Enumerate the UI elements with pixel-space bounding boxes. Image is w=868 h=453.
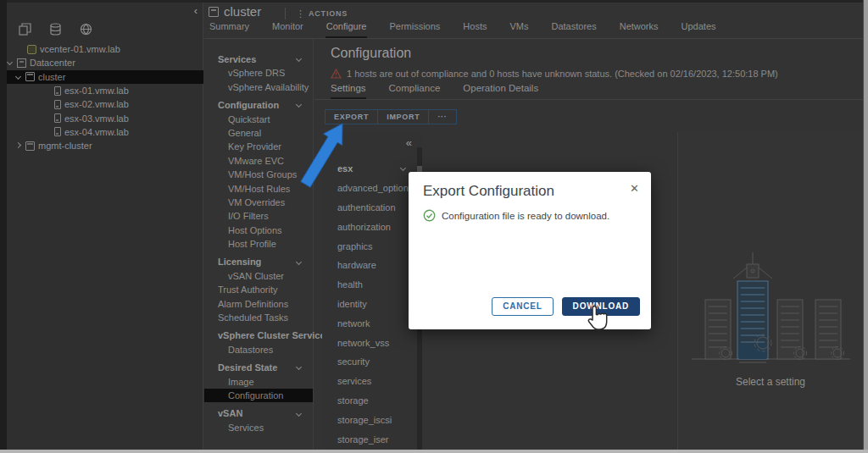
collapse-panel-icon[interactable]: ‹ <box>194 4 198 17</box>
settings-list-item[interactable]: security <box>322 352 422 372</box>
configure-sidebar-item-label: Scheduled Tasks <box>218 312 288 323</box>
settings-list-item[interactable]: graphics <box>322 236 422 256</box>
configure-sidebar-item-label: Quickstart <box>228 114 270 124</box>
settings-list-item[interactable]: services <box>322 372 422 391</box>
settings-list-item[interactable]: identity <box>322 295 422 314</box>
configure-sidebar-item[interactable]: Desired State <box>204 361 313 374</box>
configure-sidebar-item[interactable]: Alarm Definitions <box>204 297 313 311</box>
configure-sidebar-item[interactable]: General <box>204 126 313 140</box>
configure-sidebar-item-label: Configuration <box>218 98 279 112</box>
tree-item[interactable]: esx-01.vmw.lab <box>7 84 203 97</box>
settings-list-item[interactable]: health <box>322 275 422 295</box>
chevron-down-icon[interactable] <box>15 74 22 80</box>
configure-sidebar-item[interactable]: VM Overrides <box>204 196 313 209</box>
host-icon <box>54 127 61 136</box>
storage-icon[interactable] <box>49 23 62 36</box>
tree-item-label: esx-01.vmw.lab <box>64 86 129 96</box>
configure-sidebar-item[interactable]: Quickstart <box>204 113 313 126</box>
tree-item[interactable]: cluster <box>7 70 203 84</box>
tree-item[interactable]: mgmt-cluster <box>7 139 203 152</box>
configure-sidebar-item[interactable]: VM/Host Groups <box>204 168 313 181</box>
tree-item[interactable]: esx-04.vmw.lab <box>7 125 203 139</box>
configure-sidebar-item-label: General <box>228 128 261 138</box>
close-icon[interactable]: ✕ <box>630 182 639 195</box>
configure-sidebar-item[interactable]: Licensing <box>204 255 313 268</box>
configure-sidebar-item-label: Image <box>228 377 254 387</box>
object-tab[interactable]: VMs <box>509 18 529 38</box>
object-tab[interactable]: Updates <box>681 18 717 38</box>
object-tab[interactable]: Datastores <box>550 18 597 38</box>
settings-list-item[interactable]: storage_iser <box>322 429 422 449</box>
tree-item[interactable]: esx-02.vmw.lab <box>7 97 203 111</box>
tree-item[interactable]: vcenter-01.vmw.lab <box>7 42 203 56</box>
configure-sidebar-item[interactable]: Services <box>204 421 313 434</box>
configure-sidebar-item[interactable]: VMware EVC <box>204 154 313 168</box>
configure-sidebar-item[interactable]: vSAN <box>204 406 313 420</box>
configure-sidebar-item[interactable]: vSphere Cluster Services <box>204 329 313 342</box>
inventory-tree: vcenter-01.vmw.lab Datacenter cluster <box>7 42 203 152</box>
configure-sidebar-item[interactable]: Configuration <box>204 389 313 402</box>
settings-subtab[interactable]: Settings <box>331 83 366 99</box>
configure-sidebar-item-label: Trust Authority <box>218 285 278 295</box>
settings-list-item[interactable]: storage <box>322 391 422 411</box>
more-actions-button[interactable]: ··· <box>429 109 456 124</box>
configure-sidebar-item[interactable]: Configuration <box>204 98 313 112</box>
configure-sidebar-item[interactable]: I/O Filters <box>204 209 313 223</box>
object-tab[interactable]: Configure <box>326 18 368 38</box>
configure-sidebar-item-label: Services <box>218 52 256 66</box>
compliance-status: 1 hosts are out of compliance and 0 host… <box>331 69 778 79</box>
settings-list-item-label: storage_iser <box>337 434 389 445</box>
host-icon <box>54 100 61 109</box>
configure-sidebar-item-label: Alarm Definitions <box>218 299 288 309</box>
configure-sidebar-item-label: Configuration <box>228 390 283 401</box>
configure-sidebar-item-label: VM Overrides <box>228 197 285 207</box>
settings-list-item[interactable]: authentication <box>322 198 422 218</box>
host-icon <box>54 86 61 96</box>
cancel-button[interactable]: CANCEL <box>492 297 553 316</box>
settings-list-item[interactable]: hardware <box>322 256 422 275</box>
settings-list-item[interactable]: network_vss <box>322 333 422 352</box>
object-tab[interactable]: Networks <box>619 18 659 38</box>
networking-icon[interactable] <box>80 23 92 36</box>
object-tab[interactable]: Permissions <box>388 18 441 38</box>
settings-list-item[interactable]: storage_iscsi <box>322 410 422 429</box>
settings-list-item[interactable]: network <box>322 313 422 333</box>
import-button[interactable]: IMPORT <box>378 109 429 124</box>
hosts-clusters-icon[interactable] <box>19 23 31 36</box>
configure-sidebar-item-label: vSphere Cluster Services <box>218 329 331 342</box>
configure-sidebar-item[interactable]: Datastores <box>204 343 313 356</box>
tree-item[interactable]: Datacenter <box>7 56 203 69</box>
tree-item-label: mgmt-cluster <box>38 141 92 151</box>
settings-list-item-label: health <box>337 279 363 290</box>
settings-list-item-label: security <box>337 356 370 367</box>
configure-sidebar-item-label: Key Provider <box>228 141 281 152</box>
datacenter-icon <box>17 58 26 68</box>
window-scrollbar[interactable] <box>863 0 868 453</box>
chevron-down-icon[interactable] <box>7 59 14 66</box>
configure-sidebar-item[interactable]: Scheduled Tasks <box>204 311 313 324</box>
configure-sidebar-item-label: VMware EVC <box>228 156 284 166</box>
configure-sidebar-item[interactable]: Host Profile <box>204 237 313 251</box>
host-icon <box>54 113 61 123</box>
configure-sidebar-item[interactable]: Image <box>204 375 313 389</box>
settings-list-item-label: identity <box>337 299 367 309</box>
object-tab[interactable]: Summary <box>209 18 250 38</box>
configure-sidebar-item-label: Datastores <box>228 345 273 355</box>
object-tab[interactable]: Monitor <box>271 18 304 38</box>
configure-sidebar-item[interactable]: Trust Authority <box>204 283 313 296</box>
settings-list-item[interactable]: authorization <box>322 217 422 236</box>
chevron-right-icon[interactable] <box>15 142 22 149</box>
settings-list-item-label: authentication <box>337 202 396 213</box>
settings-subtab[interactable]: Compliance <box>389 83 441 99</box>
configure-sidebar-item[interactable]: Services <box>204 52 313 66</box>
settings-subtab[interactable]: Operation Details <box>463 83 538 99</box>
configure-sidebar-item[interactable]: vSphere Availability <box>204 80 313 94</box>
chevron-down-icon <box>296 102 303 108</box>
object-tab[interactable]: Hosts <box>462 18 487 38</box>
configure-sidebar-item[interactable]: VM/Host Rules <box>204 182 313 196</box>
tree-item[interactable]: esx-03.vmw.lab <box>7 111 203 124</box>
configure-sidebar-item[interactable]: vSphere DRS <box>204 66 313 80</box>
configure-sidebar-item[interactable]: Key Provider <box>204 140 313 153</box>
configure-sidebar-item[interactable]: vSAN Cluster <box>204 269 313 283</box>
configure-sidebar-item[interactable]: Host Options <box>204 224 313 237</box>
